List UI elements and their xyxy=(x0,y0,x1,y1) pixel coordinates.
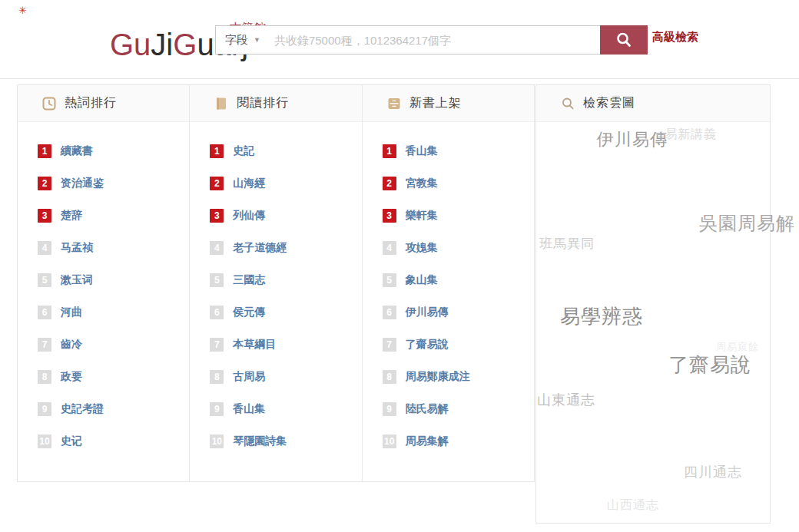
book-link[interactable]: 宮教集 xyxy=(406,177,438,190)
rank-badge: 7 xyxy=(210,338,224,352)
cloud-word[interactable]: 吳園周易解 xyxy=(699,213,795,234)
hot-words-list: 1續藏書2资治通鉴3楚辞4马孟祯5漱玉词6河曲7齒冷8政要9史記考證10史记 xyxy=(18,122,189,458)
panel-new-books: 新書上架 1香山集2宮教集3樂軒集4攻媿集5象山集6伊川易傳7了齋易說8周易鄭康… xyxy=(362,85,534,481)
site-header: ✳ 古籍館 GuJiGuaŋ 字段 ▼ 高級檢索 xyxy=(0,0,799,79)
rank-badge: 4 xyxy=(38,241,51,255)
list-item: 9陸氏易解 xyxy=(363,393,534,425)
panel-title: 閱讀排行 xyxy=(237,95,289,111)
rank-badge: 3 xyxy=(383,209,396,223)
cloud-word[interactable]: 山西通志 xyxy=(607,498,659,512)
book-link[interactable]: 史記 xyxy=(233,144,254,158)
search-field-label: 字段 xyxy=(225,33,248,48)
reading-rank-list: 1史記2山海經3列仙傳4老子道德經5三國志6侯元傳7本草綱目8古周易9香山集10… xyxy=(190,122,361,458)
rank-badge: 10 xyxy=(38,435,51,448)
bookshelf-icon xyxy=(387,97,401,111)
panel-reading-rank: 閱讀排行 1史記2山海經3列仙傳4老子道德經5三國志6侯元傳7本草綱目8古周易9… xyxy=(189,85,361,481)
book-link[interactable]: 伊川易傳 xyxy=(406,306,449,319)
book-link[interactable]: 琴隱園詩集 xyxy=(233,435,287,448)
book-link[interactable]: 樂軒集 xyxy=(406,209,438,223)
list-item: 10史记 xyxy=(18,425,189,458)
rank-badge: 2 xyxy=(383,177,396,190)
list-item: 6河曲 xyxy=(18,296,189,329)
chevron-down-icon: ▼ xyxy=(254,36,260,44)
book-link[interactable]: 侯元傳 xyxy=(233,306,265,319)
search-field-dropdown[interactable]: 字段 ▼ xyxy=(216,26,268,54)
book-link[interactable]: 马孟祯 xyxy=(61,241,93,255)
rank-badge: 3 xyxy=(38,209,51,223)
panel-hot-words: 熱詞排行 1續藏書2资治通鉴3楚辞4马孟祯5漱玉词6河曲7齒冷8政要9史記考證1… xyxy=(18,85,189,481)
list-item: 2宮教集 xyxy=(363,167,534,200)
advanced-search-link[interactable]: 高級檢索 xyxy=(652,30,698,45)
book-link[interactable]: 楚辞 xyxy=(61,209,82,223)
cloud-word[interactable]: 易學辨惑 xyxy=(560,306,643,329)
book-link[interactable]: 香山集 xyxy=(233,402,265,416)
book-link[interactable]: 香山集 xyxy=(406,144,438,158)
rank-badge: 1 xyxy=(38,144,51,158)
rank-badge: 4 xyxy=(210,241,224,255)
list-item: 6侯元傳 xyxy=(190,296,361,329)
rank-badge: 7 xyxy=(383,338,396,352)
book-link[interactable]: 古周易 xyxy=(233,370,265,384)
book-link[interactable]: 周易鄭康成注 xyxy=(406,370,470,384)
list-item: 5漱玉词 xyxy=(18,264,189,296)
book-link[interactable]: 周易集解 xyxy=(406,435,449,448)
book-link[interactable]: 河曲 xyxy=(61,306,82,319)
cloud-word[interactable]: 周易窺餘 xyxy=(716,342,759,353)
rank-badge: 2 xyxy=(210,177,224,190)
panel-title: 熱詞排行 xyxy=(65,95,117,111)
rank-badge: 6 xyxy=(383,306,396,319)
panel-search-cloud: 檢索雲圖 伊川易傳易新講義吳園周易解班馬異同易學辨惑周易窺餘了齋易說山東通志四川… xyxy=(535,84,771,524)
book-link[interactable]: 續藏書 xyxy=(61,144,93,158)
cloud-word[interactable]: 四川通志 xyxy=(684,464,742,481)
search-button[interactable] xyxy=(600,25,648,55)
book-link[interactable]: 象山集 xyxy=(406,273,438,287)
panel-header-hot-words: 熱詞排行 xyxy=(18,85,189,122)
cloud-word[interactable]: 班馬異同 xyxy=(539,236,595,252)
book-link[interactable]: 齒冷 xyxy=(61,338,82,352)
rank-badge: 1 xyxy=(210,144,224,158)
book-link[interactable]: 老子道德經 xyxy=(233,241,287,255)
logo-part: Gu xyxy=(110,28,151,61)
cloud-word[interactable]: 了齋易說 xyxy=(668,354,751,377)
book-link[interactable]: 本草綱目 xyxy=(233,338,276,352)
rank-badge: 10 xyxy=(210,435,224,448)
list-item: 8政要 xyxy=(18,361,189,393)
list-item: 7了齋易說 xyxy=(363,329,534,361)
book-link[interactable]: 陸氏易解 xyxy=(406,402,449,416)
list-item: 1史記 xyxy=(190,135,361,167)
book-link[interactable]: 史記考證 xyxy=(61,402,104,416)
panel-header-new-books: 新書上架 xyxy=(363,85,534,122)
search-input[interactable] xyxy=(268,26,600,54)
book-link[interactable]: 攻媿集 xyxy=(406,241,438,255)
book-link[interactable]: 资治通鉴 xyxy=(61,177,104,190)
list-item: 10周易集解 xyxy=(363,425,534,458)
book-link[interactable]: 漱玉词 xyxy=(61,273,93,287)
book-link[interactable]: 列仙傳 xyxy=(233,209,265,223)
book-link[interactable]: 了齋易說 xyxy=(406,338,449,352)
rank-badge: 6 xyxy=(210,306,224,319)
book-link[interactable]: 山海經 xyxy=(233,177,265,190)
corner-asterisk-icon: ✳ xyxy=(18,5,27,16)
list-item: 3列仙傳 xyxy=(190,200,361,232)
list-item: 3樂軒集 xyxy=(363,200,534,232)
book-link[interactable]: 三國志 xyxy=(233,273,265,287)
cloud-word[interactable]: 山東通志 xyxy=(537,392,595,408)
list-item: 9史記考證 xyxy=(18,393,189,425)
list-item: 10琴隱園詩集 xyxy=(190,425,361,458)
rank-badge: 6 xyxy=(38,306,51,319)
cloud-word[interactable]: 伊川易傳 xyxy=(597,130,668,149)
cloud-word[interactable]: 易新講義 xyxy=(665,127,717,141)
logo-part: Ji xyxy=(151,28,173,61)
rank-badge: 4 xyxy=(383,241,396,255)
rank-badge: 1 xyxy=(383,144,396,158)
rank-badge: 2 xyxy=(38,177,51,190)
rank-badge: 5 xyxy=(38,273,51,287)
book-link[interactable]: 政要 xyxy=(61,370,82,384)
search-icon xyxy=(615,31,633,49)
book-link[interactable]: 史记 xyxy=(61,435,82,448)
list-item: 4老子道德經 xyxy=(190,232,361,264)
ranking-panels: 熱詞排行 1續藏書2资治通鉴3楚辞4马孟祯5漱玉词6河曲7齒冷8政要9史記考證1… xyxy=(17,84,535,482)
word-cloud: 伊川易傳易新講義吳園周易解班馬異同易學辨惑周易窺餘了齋易說山東通志四川通志山西通… xyxy=(536,122,770,524)
rank-badge: 7 xyxy=(38,338,51,352)
list-item: 3楚辞 xyxy=(18,200,189,232)
